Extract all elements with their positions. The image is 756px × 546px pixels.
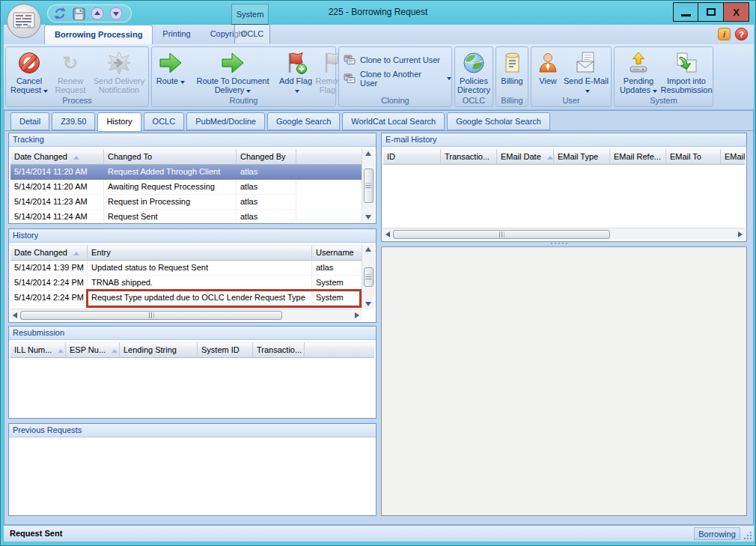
table-row[interactable]: 5/14/2014 11:24 AM Request Sent atlas — [10, 210, 374, 222]
table-row highlighted-row[interactable]: 5/14/2014 2:24 PM Request Type updated d… — [10, 291, 374, 306]
help-button[interactable]: ? — [735, 28, 748, 40]
column-header-email-to[interactable]: EMail To — [666, 149, 721, 165]
column-header-transaction[interactable]: Transactio... — [253, 342, 305, 358]
scroll-down-arrow-icon[interactable] — [365, 302, 371, 306]
sort-asc-icon — [58, 349, 64, 353]
save-button[interactable] — [71, 6, 86, 21]
tab-google-scholar-search[interactable]: Google Scholar Search — [447, 112, 550, 130]
close-icon: X — [733, 7, 740, 18]
ribbon-tab-oclc[interactable]: OCLC — [234, 25, 270, 43]
column-header-changed-to[interactable]: Changed To — [104, 149, 237, 165]
ribbon-tab-strip: Borrowing Processing Printing Copyright … — [4, 25, 754, 44]
column-header-date-changed[interactable]: Date Changed — [10, 245, 88, 261]
scroll-up-arrow-icon[interactable] — [365, 247, 371, 252]
scroll-down-button[interactable] — [109, 6, 124, 21]
splitter-handle[interactable] — [551, 243, 567, 244]
column-header-email-clipped[interactable]: EMail I — [721, 149, 745, 165]
table-row[interactable]: 5/14/2014 11:23 AM Request in Processing… — [10, 195, 374, 210]
table-row[interactable]: 5/14/2014 11:20 AM Awaiting Request Proc… — [10, 180, 374, 195]
scrollbar-thumb[interactable] — [20, 311, 282, 320]
app-menu-button[interactable] — [6, 3, 42, 39]
column-header-changed-by[interactable]: Changed By — [237, 149, 296, 165]
renew-request-button[interactable]: ↻ Renew Request — [52, 49, 89, 96]
clone-to-another-user-button[interactable]: Clone to Another User — [344, 69, 451, 88]
policies-directory-button[interactable]: Policies Directory — [456, 49, 492, 96]
group-label-oclc: OCLC — [455, 95, 493, 106]
cancel-request-button[interactable]: Cancel Request — [8, 49, 50, 96]
tab-worldcat-local-search[interactable]: WorldCat Local Search — [342, 112, 445, 130]
maximize-button[interactable] — [698, 2, 724, 22]
horizontal-scrollbar[interactable] — [10, 309, 362, 321]
scroll-up-button[interactable] — [90, 6, 105, 21]
table-row[interactable]: 5/14/2014 11:20 AM Request Added Through… — [10, 165, 374, 180]
column-header-email-type[interactable]: EMail Type — [554, 149, 610, 165]
column-header-id[interactable]: ID — [383, 149, 441, 165]
close-button[interactable]: X — [724, 2, 749, 22]
column-header-ill-number[interactable]: ILL Num... — [10, 342, 66, 358]
table-row[interactable]: 5/14/2014 2:24 PM TRNAB shipped. System — [10, 276, 374, 291]
group-label-routing: Routing — [152, 95, 335, 106]
scroll-right-arrow-icon[interactable] — [355, 312, 359, 318]
column-header-entry[interactable]: Entry — [88, 245, 312, 261]
pending-updates-button[interactable]: Pending Updates — [617, 49, 660, 96]
refresh-button[interactable] — [52, 6, 67, 21]
document-tab-strip: Detail Z39.50 History OCLC PubMed/Doclin… — [10, 112, 550, 131]
vertical-scrollbar[interactable] — [362, 149, 374, 222]
resize-grip[interactable] — [743, 531, 752, 540]
add-flag-button[interactable]: Add Flag — [278, 49, 313, 96]
tab-detail[interactable]: Detail — [10, 112, 49, 130]
tab-z3950[interactable]: Z39.50 — [52, 112, 95, 130]
email-history-panel: E-mail History ID Transactio... EMail Da… — [381, 133, 747, 242]
info-button[interactable]: i — [718, 28, 731, 40]
ribbon-group-billing: Billing Billing — [496, 46, 528, 107]
scrollbar-thumb[interactable] — [364, 267, 374, 287]
tab-pubmed-docline[interactable]: PubMed/Docline — [186, 112, 265, 130]
scrollbar-thumb[interactable] — [364, 169, 374, 203]
scroll-left-arrow-icon[interactable] — [385, 231, 390, 237]
scroll-left-arrow-icon[interactable] — [13, 312, 17, 318]
import-resubmission-icon — [674, 49, 698, 76]
column-header-email-reference[interactable]: EMail Refe... — [610, 149, 666, 165]
vertical-scrollbar[interactable] — [362, 245, 374, 309]
column-header-lending-string[interactable]: Lending String — [120, 342, 198, 358]
column-header-transaction[interactable]: Transactio... — [441, 149, 497, 165]
route-to-document-delivery-button[interactable]: Route To Document Delivery — [188, 49, 278, 96]
dropdown-icon — [180, 81, 185, 84]
scrollbar-thumb[interactable] — [393, 230, 610, 239]
previous-requests-panel-title: Previous Requests — [9, 424, 376, 437]
renew-request-icon: ↻ — [63, 54, 79, 73]
scroll-up-arrow-icon[interactable] — [365, 151, 371, 156]
horizontal-scrollbar[interactable] — [383, 228, 745, 240]
ribbon-tab-printing[interactable]: Printing — [153, 25, 200, 44]
tab-oclc[interactable]: OCLC — [144, 112, 185, 130]
route-to-document-delivery-icon — [221, 49, 245, 76]
history-grid: Date Changed Entry Username 5/14/2014 1:… — [10, 245, 374, 321]
import-into-resubmission-button[interactable]: Import into Resubmission — [660, 49, 713, 96]
billing-button[interactable]: Billing — [497, 49, 527, 96]
send-delivery-notification-button[interactable]: Send Delivery Notification — [90, 49, 148, 96]
maximize-icon — [707, 8, 716, 16]
column-header-esp-number[interactable]: ESP Nu... — [66, 342, 120, 358]
scroll-right-arrow-icon[interactable] — [738, 231, 743, 237]
add-flag-icon — [284, 49, 308, 76]
send-email-button[interactable]: Send E-Mail — [563, 49, 609, 96]
minimize-icon — [681, 14, 691, 16]
dropdown-icon — [447, 77, 451, 80]
route-button[interactable]: Route — [154, 49, 187, 96]
sort-asc-icon — [73, 252, 79, 255]
column-header-system-id[interactable]: System ID — [198, 342, 253, 358]
ribbon-tab-borrowing-processing[interactable]: Borrowing Processing — [44, 25, 153, 44]
column-header-date-changed[interactable]: Date Changed — [10, 149, 104, 165]
context-tab-group-header: System — [231, 4, 269, 25]
clone-to-current-user-button[interactable]: Clone to Current User — [344, 50, 451, 69]
refresh-icon — [53, 7, 67, 20]
column-header-email-date[interactable]: EMail Date — [497, 149, 554, 165]
view-user-button[interactable]: View — [534, 49, 562, 96]
tab-history[interactable]: History — [97, 112, 141, 132]
tab-google-search[interactable]: Google Search — [267, 112, 340, 130]
module-indicator[interactable]: Borrowing — [694, 527, 740, 540]
table-row[interactable]: 5/14/2014 1:39 PM Updated status to Requ… — [10, 261, 374, 276]
minimize-button[interactable] — [673, 2, 698, 22]
scroll-down-arrow-icon[interactable] — [365, 215, 371, 219]
ribbon-group-cloning: Clone to Current User Clone to Another U… — [338, 46, 452, 107]
